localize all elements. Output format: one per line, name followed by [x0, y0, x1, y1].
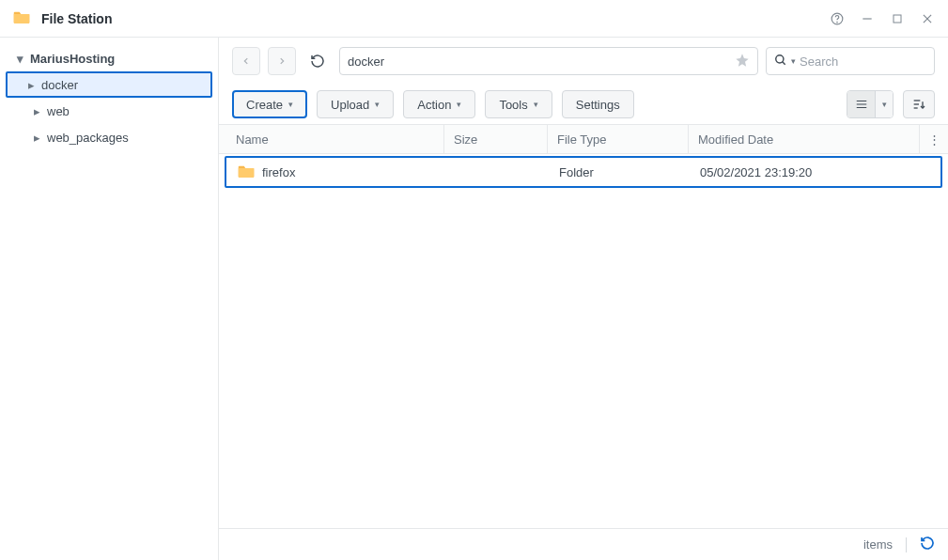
svg-point-6 [776, 54, 784, 62]
close-icon[interactable] [920, 11, 935, 26]
nav-toolbar: ▾ [219, 38, 948, 85]
star-icon[interactable] [735, 53, 750, 70]
app-folder-icon [13, 9, 32, 28]
sidebar-item-label: docker [41, 78, 78, 92]
titlebar: File Station [0, 0, 948, 38]
upload-button[interactable]: Upload▾ [317, 90, 394, 118]
row-name: firefox [262, 165, 295, 179]
minimize-icon[interactable] [860, 11, 875, 26]
chevron-right-icon: ▸ [32, 131, 41, 145]
search-field-wrap: ▾ [766, 47, 935, 75]
sidebar-item-web-packages[interactable]: ▸ web_packages [6, 124, 212, 150]
column-menu-button[interactable]: ⋮ [920, 125, 948, 153]
search-icon [774, 54, 787, 70]
window-controls [830, 11, 935, 26]
row-date: 05/02/2021 23:19:20 [691, 165, 940, 179]
column-header-type[interactable]: File Type [548, 125, 689, 153]
view-mode-group: ▾ [847, 90, 894, 118]
sidebar-item-docker[interactable]: ▸ docker [6, 71, 212, 98]
svg-rect-3 [894, 15, 901, 23]
folder-icon [238, 163, 255, 181]
row-type: Folder [550, 165, 691, 179]
path-input[interactable] [348, 54, 735, 69]
caret-down-icon: ▾ [457, 100, 461, 109]
sort-button[interactable] [903, 90, 935, 118]
tools-button[interactable]: Tools▾ [485, 90, 552, 118]
items-label: items [863, 537, 893, 552]
chevron-right-icon: ▸ [32, 104, 41, 118]
main-panel: ▾ Create▾ Upload▾ Action▾ Tools▾ Setting… [219, 38, 948, 560]
tree-root-label: MariusHosting [30, 52, 115, 66]
sidebar-item-web[interactable]: ▸ web [6, 98, 212, 124]
settings-button[interactable]: Settings [562, 90, 634, 118]
table-header: Name Size File Type Modified Date ⋮ [219, 124, 948, 154]
statusbar: items [219, 528, 948, 560]
create-button[interactable]: Create▾ [232, 90, 307, 118]
column-header-date[interactable]: Modified Date [689, 125, 920, 153]
action-button[interactable]: Action▾ [403, 90, 475, 118]
sidebar-item-label: web_packages [47, 131, 129, 145]
svg-point-1 [837, 22, 838, 23]
view-dropdown-button[interactable]: ▾ [876, 91, 893, 117]
divider [906, 537, 907, 552]
view-list-button[interactable] [847, 91, 876, 117]
column-header-size[interactable]: Size [444, 125, 548, 153]
statusbar-reload-button[interactable] [920, 536, 935, 553]
path-field-wrap [339, 47, 758, 75]
chevron-down-icon: ▾ [15, 52, 24, 66]
column-header-name[interactable]: Name [219, 125, 444, 153]
nav-back-button[interactable] [232, 47, 260, 75]
search-caret-icon[interactable]: ▾ [791, 56, 796, 66]
caret-down-icon: ▾ [288, 100, 293, 109]
maximize-icon[interactable] [890, 11, 905, 26]
sidebar: ▾ MariusHosting ▸ docker ▸ web ▸ web_pac… [0, 38, 219, 560]
help-icon[interactable] [830, 11, 845, 26]
caret-down-icon: ▾ [534, 100, 538, 109]
chevron-right-icon: ▸ [26, 78, 36, 92]
table-body: firefox Folder 05/02/2021 23:19:20 [219, 154, 948, 528]
search-input[interactable] [800, 54, 948, 69]
svg-line-7 [783, 61, 785, 64]
reload-button[interactable] [303, 47, 332, 75]
table-row[interactable]: firefox Folder 05/02/2021 23:19:20 [225, 156, 942, 188]
caret-down-icon: ▾ [375, 100, 380, 109]
tree-root[interactable]: ▾ MariusHosting [6, 45, 212, 71]
nav-forward-button[interactable] [268, 47, 296, 75]
action-toolbar: Create▾ Upload▾ Action▾ Tools▾ Settings … [219, 85, 948, 124]
sidebar-item-label: web [47, 104, 70, 118]
app-title: File Station [41, 11, 830, 26]
